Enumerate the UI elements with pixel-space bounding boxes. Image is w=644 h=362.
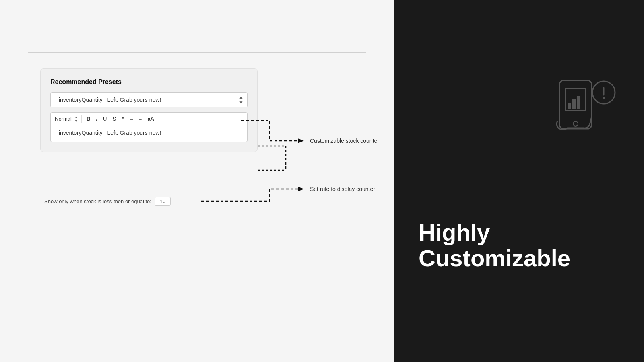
toolbar-divider-1 — [81, 115, 82, 123]
italic-button[interactable]: I — [94, 115, 99, 122]
label2-text: Set rule to display counter — [310, 186, 375, 192]
svg-marker-5 — [298, 187, 304, 191]
phone-chart-icon — [555, 76, 620, 133]
svg-rect-8 — [568, 103, 571, 109]
editor-wrapper: Normal ▲▼ B I U S " ≡ ≡ aA _inventoryQua… — [50, 112, 248, 142]
quote-button[interactable]: " — [120, 115, 126, 123]
svg-marker-4 — [298, 138, 304, 143]
left-panel: Recommended Presets _inventoryQuantity_ … — [0, 0, 394, 362]
format-select[interactable]: Normal — [55, 116, 78, 122]
bold-button[interactable]: B — [85, 115, 92, 122]
label1-text: Customizable stock counter — [310, 138, 379, 144]
svg-point-14 — [603, 97, 605, 99]
strikethrough-button[interactable]: S — [111, 115, 118, 122]
font-size-button[interactable]: aA — [146, 115, 156, 122]
editor-content[interactable]: _inventoryQuantity_ Left. Grab yours now… — [51, 125, 247, 142]
preset-dropdown[interactable]: _inventoryQuantity_ Left. Grab yours now… — [50, 92, 248, 107]
stock-input[interactable] — [155, 197, 171, 206]
right-panel: Highly Customizable — [394, 0, 644, 362]
align-center-button[interactable]: ≡ — [137, 115, 144, 122]
toolbar: Normal ▲▼ B I U S " ≡ ≡ aA — [51, 113, 247, 125]
align-left-button[interactable]: ≡ — [128, 115, 135, 122]
underline-button[interactable]: U — [101, 115, 108, 122]
card-area: Recommended Presets _inventoryQuantity_ … — [40, 68, 258, 152]
svg-rect-10 — [577, 96, 580, 109]
presets-card: Recommended Presets _inventoryQuantity_ … — [40, 68, 258, 152]
card-title: Recommended Presets — [50, 78, 248, 86]
top-divider — [28, 52, 366, 53]
svg-rect-9 — [572, 99, 576, 109]
format-select-wrapper[interactable]: Normal ▲▼ — [55, 116, 78, 122]
stock-rule-label: Show only when stock is less then or equ… — [44, 198, 151, 204]
dropdown-wrapper[interactable]: _inventoryQuantity_ Left. Grab yours now… — [50, 92, 248, 107]
icon-group — [555, 76, 620, 134]
highly-customizable-title: Highly Customizable — [419, 220, 570, 271]
tagline-container: Highly Customizable — [419, 171, 570, 271]
stock-rule: Show only when stock is less then or equ… — [44, 197, 171, 206]
svg-point-11 — [573, 121, 578, 126]
